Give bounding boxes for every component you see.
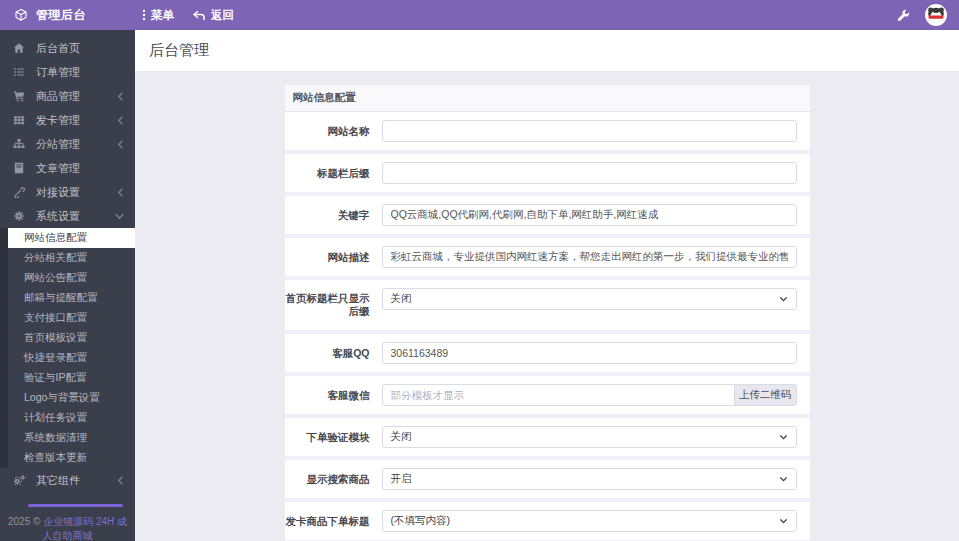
form-row-site-name: 网站名称 bbox=[285, 112, 810, 150]
chevron-down-icon bbox=[779, 517, 788, 525]
menu-button-label: 菜单 bbox=[151, 8, 174, 23]
form-row-keywords: 关键字 bbox=[285, 196, 810, 234]
sidebar-item-products[interactable]: 商品管理 bbox=[0, 84, 135, 108]
submenu-item-substation-config[interactable]: 分站相关配置 bbox=[8, 248, 135, 268]
form-row-show-search: 显示搜索商品 开启 bbox=[285, 460, 810, 498]
service-wechat-input[interactable] bbox=[382, 384, 735, 406]
field-label: 网站描述 bbox=[285, 246, 370, 268]
back-arrow-icon bbox=[192, 10, 206, 21]
chevron-left-icon bbox=[117, 92, 124, 101]
submenu-item-home-template-config[interactable]: 首页模板设置 bbox=[8, 328, 135, 348]
submenu-item-logo-background-config[interactable]: Logo与背景设置 bbox=[8, 388, 135, 408]
submenu-item-cron-task-config[interactable]: 计划任务设置 bbox=[8, 408, 135, 428]
chevron-left-icon bbox=[117, 140, 124, 149]
app-title: 管理后台 bbox=[36, 7, 86, 24]
sidebar-item-system-settings[interactable]: 系统设置 bbox=[0, 204, 135, 228]
sidebar-item-other-components[interactable]: 其它组件 bbox=[0, 468, 135, 492]
submenu-item-label: 网站公告配置 bbox=[24, 271, 87, 285]
submenu-item-label: 首页模板设置 bbox=[24, 331, 87, 345]
select-value: 开启 bbox=[391, 472, 412, 486]
sidebar-item-label: 文章管理 bbox=[36, 161, 80, 176]
submenu-item-quick-login-config[interactable]: 快捷登录配置 bbox=[8, 348, 135, 368]
system-settings-submenu: 网站信息配置 分站相关配置 网站公告配置 邮箱与提醒配置 支付接口配置 首页模板… bbox=[0, 228, 135, 468]
submenu-item-label: 快捷登录配置 bbox=[24, 351, 87, 365]
vertical-dots-icon bbox=[142, 9, 146, 21]
user-avatar[interactable] bbox=[925, 4, 947, 26]
sidebar-item-label: 商品管理 bbox=[36, 89, 80, 104]
field-label: 首页标题栏只显示后缀 bbox=[285, 288, 370, 318]
site-name-input[interactable] bbox=[382, 120, 797, 142]
sidebar-item-orders[interactable]: 订单管理 bbox=[0, 60, 135, 84]
service-qq-input[interactable] bbox=[382, 342, 797, 364]
form-row-order-verify: 下单验证模块 关闭 bbox=[285, 418, 810, 456]
site-description-input[interactable] bbox=[382, 246, 797, 268]
home-title-suffix-select[interactable]: 关闭 bbox=[382, 288, 797, 310]
copyright-prefix: 2025 © bbox=[8, 516, 40, 527]
sidebar-item-label: 系统设置 bbox=[36, 209, 80, 224]
submenu-item-version-check-config[interactable]: 检查版本更新 bbox=[8, 448, 135, 468]
cube-logo-icon bbox=[14, 8, 28, 22]
form-row-title-suffix: 标题栏后缀 bbox=[285, 154, 810, 192]
field-label: 网站名称 bbox=[285, 120, 370, 142]
sidebar-item-docking[interactable]: 对接设置 bbox=[0, 180, 135, 204]
cogs-icon bbox=[13, 474, 27, 486]
field-label: 发卡商品下单标题 bbox=[285, 510, 370, 532]
select-value: 关闭 bbox=[391, 430, 412, 444]
back-button[interactable]: 返回 bbox=[192, 8, 234, 23]
chevron-left-icon bbox=[117, 476, 124, 485]
select-value: (不填写内容) bbox=[391, 514, 451, 528]
sitemap-icon bbox=[13, 138, 27, 150]
home-icon bbox=[13, 42, 27, 54]
keywords-input[interactable] bbox=[382, 204, 797, 226]
submenu-item-label: 检查版本更新 bbox=[24, 451, 87, 465]
faka-order-title-select[interactable]: (不填写内容) bbox=[382, 510, 797, 532]
copyright-link[interactable]: 企业猫源码 24H 成人自助商城 bbox=[43, 516, 128, 541]
submenu-item-site-notice-config[interactable]: 网站公告配置 bbox=[8, 268, 135, 288]
submenu-item-label: 分站相关配置 bbox=[24, 251, 87, 265]
panel-title: 网站信息配置 bbox=[285, 85, 810, 112]
sidebar-item-home[interactable]: 后台首页 bbox=[0, 36, 135, 60]
sidebar-item-cards[interactable]: 发卡管理 bbox=[0, 108, 135, 132]
submenu-item-data-clean-config[interactable]: 系统数据清理 bbox=[8, 428, 135, 448]
wrench-icon[interactable] bbox=[897, 9, 910, 22]
app-brand[interactable]: 管理后台 bbox=[0, 7, 135, 24]
form-row-service-wechat: 客服微信 上传二维码 bbox=[285, 376, 810, 414]
chevron-left-icon bbox=[117, 116, 124, 125]
topbar-right bbox=[897, 4, 959, 26]
content-area: 网站信息配置 网站名称 标题栏后缀 关键字 bbox=[135, 72, 959, 541]
sidebar-item-label: 分站管理 bbox=[36, 137, 80, 152]
chevron-down-icon bbox=[779, 475, 788, 483]
title-suffix-input[interactable] bbox=[382, 162, 797, 184]
chevron-down-icon bbox=[779, 433, 788, 441]
grid-icon bbox=[13, 114, 27, 126]
submenu-item-site-info-config[interactable]: 网站信息配置 bbox=[8, 228, 135, 248]
field-label: 客服QQ bbox=[285, 342, 370, 364]
sidebar-item-label: 其它组件 bbox=[36, 473, 80, 488]
upload-qrcode-button[interactable]: 上传二维码 bbox=[735, 384, 797, 406]
form-row-site-description: 网站描述 bbox=[285, 238, 810, 276]
sidebar-item-label: 后台首页 bbox=[36, 41, 80, 56]
form-row-home-title-suffix: 首页标题栏只显示后缀 关闭 bbox=[285, 280, 810, 330]
sidebar-item-label: 对接设置 bbox=[36, 185, 80, 200]
chevron-left-icon bbox=[117, 188, 124, 197]
order-verify-select[interactable]: 关闭 bbox=[382, 426, 797, 448]
submenu-item-payment-api-config[interactable]: 支付接口配置 bbox=[8, 308, 135, 328]
show-search-select[interactable]: 开启 bbox=[382, 468, 797, 490]
submenu-item-verify-ip-config[interactable]: 验证与IP配置 bbox=[8, 368, 135, 388]
sidebar-item-substations[interactable]: 分站管理 bbox=[0, 132, 135, 156]
main-area: 后台管理 网站信息配置 网站名称 标题栏后缀 关键字 bbox=[135, 30, 959, 541]
chevron-down-icon bbox=[115, 213, 124, 220]
back-button-label: 返回 bbox=[211, 8, 234, 23]
page-header: 后台管理 bbox=[135, 30, 959, 72]
submenu-item-label: 系统数据清理 bbox=[24, 431, 87, 445]
submenu-item-email-remind-config[interactable]: 邮箱与提醒配置 bbox=[8, 288, 135, 308]
field-label: 下单验证模块 bbox=[285, 426, 370, 448]
chevron-down-icon bbox=[779, 295, 788, 303]
menu-button[interactable]: 菜单 bbox=[142, 8, 174, 23]
page-title: 后台管理 bbox=[149, 41, 209, 60]
submenu-item-label: Logo与背景设置 bbox=[24, 391, 100, 405]
sidebar-item-label: 发卡管理 bbox=[36, 113, 80, 128]
form-row-service-qq: 客服QQ bbox=[285, 334, 810, 372]
select-value: 关闭 bbox=[391, 292, 412, 306]
sidebar-item-articles[interactable]: 文章管理 bbox=[0, 156, 135, 180]
